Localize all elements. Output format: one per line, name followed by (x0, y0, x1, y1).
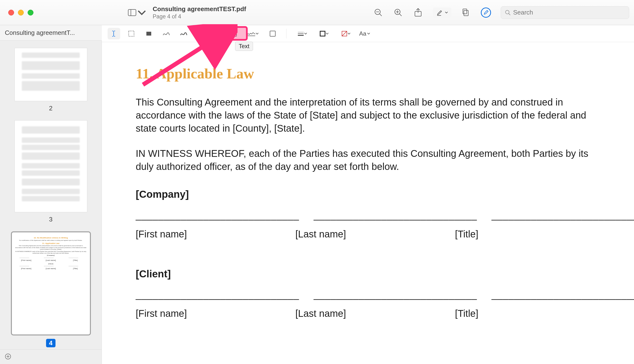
search-input[interactable] (513, 9, 625, 16)
fill-color-icon (341, 30, 348, 37)
svg-rect-25 (320, 31, 325, 36)
svg-rect-16 (146, 32, 151, 36)
document-title: Consulting agreementTEST.pdf (153, 5, 246, 13)
svg-line-3 (379, 14, 382, 16)
thumbnail-page-2[interactable]: 2 (6, 48, 95, 112)
line-weight-icon (297, 31, 304, 36)
marquee-icon (128, 30, 135, 37)
chevron-down-icon (304, 33, 307, 34)
chevron-down-icon (445, 12, 448, 14)
signature-block-client: [Client] _____________________________ _… (136, 267, 600, 320)
text-cursor-icon (110, 30, 118, 37)
plus-circle-icon (5, 353, 11, 360)
signature-line: _____________________________ (314, 208, 477, 222)
tooltip-text: Text (235, 42, 253, 51)
sidebar-footer (0, 350, 102, 364)
note-tool[interactable] (266, 28, 279, 40)
shapes-menu[interactable] (205, 28, 222, 40)
document-page: 11. Applicable Law This Consulting Agree… (102, 42, 634, 364)
signature-field-firstname: [First name] (136, 307, 281, 320)
signature-field-title: [Title] (455, 307, 600, 320)
svg-rect-15 (129, 31, 134, 36)
signature-line: _____________________________ (136, 208, 299, 222)
signature-block-company: [Company] _____________________________ … (136, 188, 600, 240)
thumbnail-page-number: 3 (6, 216, 95, 223)
markup-toolbar: Aa (102, 25, 634, 42)
tab-document[interactable]: Consulting agreementT... (5, 29, 75, 36)
search-field[interactable] (501, 6, 629, 19)
thumbnail-page-number-selected: 4 (46, 339, 55, 347)
text-style-menu[interactable]: Aa (359, 30, 370, 37)
thumbnail-preview (15, 48, 87, 101)
section-heading: 11. Applicable Law (136, 64, 600, 84)
add-page-button[interactable] (5, 353, 11, 360)
document-title-block: Consulting agreementTEST.pdf Page 4 of 4 (153, 5, 246, 20)
annotation-highlight-text-tool (226, 26, 248, 41)
signature-party-label: [Client] (136, 267, 600, 281)
draw-tool[interactable] (177, 28, 190, 40)
tab-strip: Consulting agreementT... (0, 25, 102, 41)
signature-line: _____________________________ (492, 288, 634, 301)
chevron-down-icon (326, 33, 329, 34)
sidebar-view-toggle[interactable] (128, 9, 146, 16)
signature-line: _____________________________ (492, 208, 634, 222)
fill-color-menu[interactable] (337, 28, 354, 40)
signature-field-lastname: [Last name] (295, 307, 441, 320)
window-controls (3, 10, 34, 16)
signature-field-title: [Title] (455, 228, 600, 240)
page-indicator: Page 4 of 4 (153, 13, 246, 20)
signature-line: _____________________________ (314, 288, 477, 301)
titlebar: Consulting agreementTEST.pdf Page 4 of 4 (0, 0, 634, 25)
signature-field-firstname: [First name] (136, 228, 281, 240)
redact-tool[interactable] (142, 28, 155, 40)
highlighter-icon (436, 9, 444, 16)
svg-rect-12 (463, 9, 467, 14)
body-paragraph: IN WITNESS WHEREOF, each of the Parties … (136, 147, 600, 173)
chevron-down-icon (367, 33, 370, 34)
chevron-down-icon (215, 33, 218, 34)
note-icon (269, 30, 276, 37)
svg-point-13 (506, 10, 509, 14)
thumbnail-page-3[interactable]: 3 (6, 120, 95, 223)
close-window-button[interactable] (8, 10, 14, 16)
svg-rect-11 (464, 10, 468, 16)
text-selection-tool[interactable] (108, 28, 120, 40)
signature-field-lastname: [Last name] (295, 228, 441, 240)
svg-line-27 (342, 31, 347, 36)
highlight-menu-button[interactable] (433, 8, 451, 18)
thumbnails-sidebar[interactable]: 2 3 10. No Modification Unless in Writin… (0, 41, 102, 364)
sketch-tool[interactable] (160, 28, 172, 40)
text-style-label: Aa (359, 30, 366, 37)
svg-rect-21 (270, 31, 275, 36)
chevron-down-icon (138, 9, 146, 16)
line-weight-menu[interactable] (294, 28, 311, 40)
rect-selection-tool[interactable] (125, 28, 138, 40)
zoom-in-button[interactable] (393, 8, 403, 18)
redact-icon (145, 30, 152, 37)
search-icon (505, 10, 511, 16)
fullscreen-window-button[interactable] (28, 10, 34, 16)
signature-icon (247, 31, 256, 36)
document-viewport[interactable]: 11. Applicable Law This Consulting Agree… (102, 42, 634, 364)
draw-icon (180, 31, 187, 36)
svg-rect-0 (128, 10, 136, 16)
signature-line: _____________________________ (136, 288, 299, 301)
thumbnail-page-number: 2 (6, 104, 95, 112)
sketch-icon (163, 31, 170, 36)
rotate-button[interactable] (461, 8, 471, 18)
body-paragraph: This Consulting Agreement and the interp… (136, 96, 600, 135)
stroke-color-menu[interactable] (316, 28, 332, 40)
thumbnail-page-4[interactable]: 10. No Modification Unless in Writing No… (6, 231, 95, 347)
markup-toggle-button[interactable] (481, 8, 491, 18)
separator (197, 29, 197, 38)
shapes-icon (208, 30, 215, 37)
thumbnail-preview-selected: 10. No Modification Unless in Writing No… (11, 231, 91, 336)
pencil-circle-icon (483, 10, 489, 15)
signature-party-label: [Company] (136, 188, 600, 201)
svg-line-6 (399, 14, 401, 16)
svg-line-14 (509, 13, 510, 15)
zoom-out-button[interactable] (373, 8, 383, 18)
minimize-window-button[interactable] (18, 10, 24, 16)
chevron-down-icon (256, 33, 259, 34)
share-button[interactable] (413, 8, 423, 18)
